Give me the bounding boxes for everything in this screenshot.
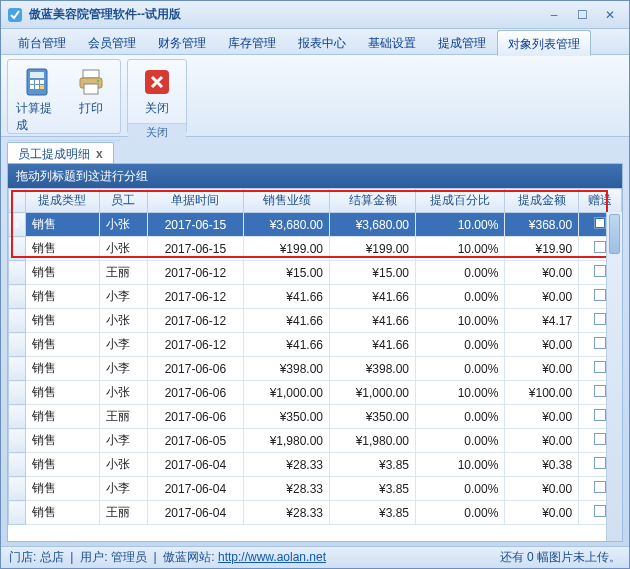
col-header-2[interactable]: 单据时间	[147, 189, 243, 213]
cell-comm: ¥0.00	[505, 405, 579, 429]
col-header-3[interactable]: 销售业绩	[244, 189, 330, 213]
checkbox-icon[interactable]	[594, 481, 606, 493]
site-link[interactable]: http://www.aolan.net	[218, 550, 326, 564]
checkbox-icon[interactable]	[594, 409, 606, 421]
table-row[interactable]: 销售小李2017-06-12¥41.66¥41.660.00%¥0.00	[9, 333, 622, 357]
print-button[interactable]: 打印	[68, 64, 114, 119]
scrollbar-thumb[interactable]	[609, 214, 620, 254]
checkbox-icon[interactable]	[594, 313, 606, 325]
cell-emp: 王丽	[99, 405, 147, 429]
cell-settle: ¥398.00	[330, 357, 416, 381]
main-tab-5[interactable]: 基础设置	[357, 29, 427, 55]
titlebar: 傲蓝美容院管理软件--试用版 – ☐ ✕	[1, 1, 629, 29]
table-row[interactable]: 销售小张2017-06-15¥199.00¥199.0010.00%¥19.90	[9, 237, 622, 261]
cell-settle: ¥1,980.00	[330, 429, 416, 453]
cell-emp: 小李	[99, 333, 147, 357]
row-indicator	[9, 429, 26, 453]
checkbox-icon[interactable]	[594, 361, 606, 373]
table-row[interactable]: 销售小李2017-06-12¥41.66¥41.660.00%¥0.00	[9, 285, 622, 309]
checkbox-icon[interactable]	[594, 505, 606, 517]
cell-sales: ¥3,680.00	[244, 213, 330, 237]
calc-commission-button[interactable]: 计算提成	[14, 64, 60, 136]
tab-label: 员工提成明细	[18, 144, 90, 164]
col-header-7[interactable]: 赠送	[579, 189, 622, 213]
tab-commission-detail[interactable]: 员工提成明细 x	[7, 142, 114, 164]
cell-date: 2017-06-06	[147, 405, 243, 429]
cell-emp: 王丽	[99, 501, 147, 525]
main-tabs: 前台管理会员管理财务管理库存管理报表中心基础设置提成管理对象列表管理	[1, 29, 629, 55]
cell-emp: 王丽	[99, 261, 147, 285]
group-panel[interactable]: 拖动列标题到这进行分组	[8, 164, 622, 188]
cell-settle: ¥199.00	[330, 237, 416, 261]
cell-sales: ¥41.66	[244, 333, 330, 357]
checkbox-icon[interactable]	[594, 265, 606, 277]
calc-commission-label: 计算提成	[16, 100, 58, 134]
main-tab-7[interactable]: 对象列表管理	[497, 30, 591, 56]
col-header-1[interactable]: 员工	[99, 189, 147, 213]
table-row[interactable]: 销售小李2017-06-04¥28.33¥3.850.00%¥0.00	[9, 477, 622, 501]
checkbox-icon[interactable]	[594, 433, 606, 445]
printer-icon	[75, 66, 107, 98]
main-tab-0[interactable]: 前台管理	[7, 29, 77, 55]
table-row[interactable]: 销售小张2017-06-06¥1,000.00¥1,000.0010.00%¥1…	[9, 381, 622, 405]
user-value: 管理员	[111, 550, 147, 564]
cell-type: 销售	[26, 477, 100, 501]
cell-settle: ¥41.66	[330, 309, 416, 333]
status-left: 门店: 总店 | 用户: 管理员 | 傲蓝网站: http://www.aola…	[9, 549, 326, 566]
cell-settle: ¥350.00	[330, 405, 416, 429]
table-row[interactable]: 销售小李2017-06-06¥398.00¥398.000.00%¥0.00	[9, 357, 622, 381]
checkbox-icon[interactable]	[594, 289, 606, 301]
cell-type: 销售	[26, 285, 100, 309]
checkbox-icon[interactable]	[594, 217, 606, 229]
cell-pct: 10.00%	[416, 237, 505, 261]
row-indicator	[9, 453, 26, 477]
table-row[interactable]: 销售小张2017-06-12¥41.66¥41.6610.00%¥4.17	[9, 309, 622, 333]
checkbox-icon[interactable]	[594, 385, 606, 397]
svg-rect-11	[84, 84, 98, 94]
svg-point-12	[97, 80, 100, 83]
status-right: 还有 0 幅图片未上传。	[500, 549, 621, 566]
main-tab-4[interactable]: 报表中心	[287, 29, 357, 55]
close-button[interactable]: 关闭	[134, 64, 180, 119]
cell-pct: 10.00%	[416, 309, 505, 333]
cell-type: 销售	[26, 261, 100, 285]
cell-pct: 0.00%	[416, 501, 505, 525]
col-header-0[interactable]: 提成类型	[26, 189, 100, 213]
cell-sales: ¥28.33	[244, 453, 330, 477]
cell-type: 销售	[26, 501, 100, 525]
cell-pct: 0.00%	[416, 333, 505, 357]
table-row[interactable]: 销售王丽2017-06-06¥350.00¥350.000.00%¥0.00	[9, 405, 622, 429]
table-row[interactable]: 销售小李2017-06-05¥1,980.00¥1,980.000.00%¥0.…	[9, 429, 622, 453]
cell-sales: ¥28.33	[244, 477, 330, 501]
checkbox-icon[interactable]	[594, 337, 606, 349]
cell-comm: ¥19.90	[505, 237, 579, 261]
close-window-button[interactable]: ✕	[597, 6, 623, 24]
maximize-button[interactable]: ☐	[569, 6, 595, 24]
table-row[interactable]: 销售王丽2017-06-04¥28.33¥3.850.00%¥0.00	[9, 501, 622, 525]
row-indicator	[9, 285, 26, 309]
cell-type: 销售	[26, 357, 100, 381]
cell-date: 2017-06-04	[147, 477, 243, 501]
col-header-4[interactable]: 结算金额	[330, 189, 416, 213]
checkbox-icon[interactable]	[594, 457, 606, 469]
vertical-scrollbar[interactable]	[606, 212, 622, 541]
main-tab-2[interactable]: 财务管理	[147, 29, 217, 55]
cell-settle: ¥3.85	[330, 501, 416, 525]
tab-close-icon[interactable]: x	[96, 144, 103, 164]
checkbox-icon[interactable]	[594, 241, 606, 253]
commission-grid[interactable]: 提成类型员工单据时间销售业绩结算金额提成百分比提成金额赠送›销售小张2017-0…	[8, 188, 622, 525]
cell-type: 销售	[26, 453, 100, 477]
col-header-6[interactable]: 提成金额	[505, 189, 579, 213]
svg-rect-5	[40, 80, 44, 84]
table-row[interactable]: ›销售小张2017-06-15¥3,680.00¥3,680.0010.00%¥…	[9, 213, 622, 237]
main-tab-1[interactable]: 会员管理	[77, 29, 147, 55]
table-row[interactable]: 销售王丽2017-06-12¥15.00¥15.000.00%¥0.00	[9, 261, 622, 285]
main-tab-3[interactable]: 库存管理	[217, 29, 287, 55]
minimize-button[interactable]: –	[541, 6, 567, 24]
cell-sales: ¥350.00	[244, 405, 330, 429]
main-tab-6[interactable]: 提成管理	[427, 29, 497, 55]
col-header-5[interactable]: 提成百分比	[416, 189, 505, 213]
cell-pct: 0.00%	[416, 357, 505, 381]
cell-date: 2017-06-04	[147, 501, 243, 525]
table-row[interactable]: 销售小张2017-06-04¥28.33¥3.8510.00%¥0.38	[9, 453, 622, 477]
